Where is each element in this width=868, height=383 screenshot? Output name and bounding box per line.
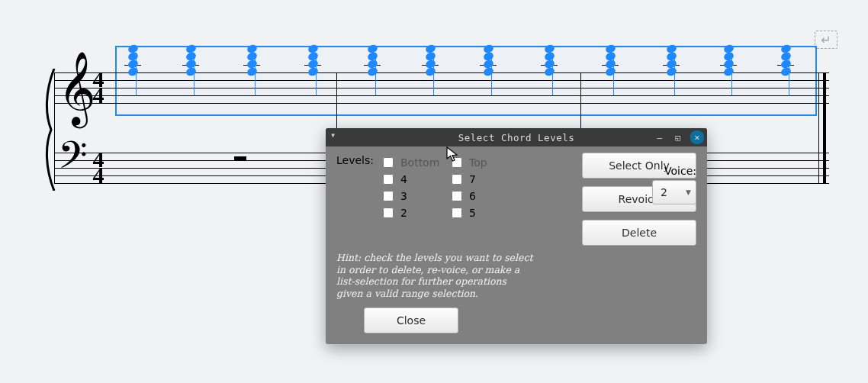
dialog-title: Select Chord Levels — [458, 132, 575, 143]
level-checkbox-label: Top — [469, 156, 487, 169]
barline — [818, 72, 819, 184]
level-checkbox-3[interactable]: 3 — [380, 188, 441, 204]
chord[interactable] — [184, 34, 198, 103]
levels-label: Levels: — [336, 154, 374, 166]
level-checkbox-bottom[interactable]: Bottom — [380, 155, 441, 170]
final-barline — [823, 72, 826, 184]
level-checkbox-label: 2 — [400, 207, 407, 219]
chord[interactable] — [542, 34, 556, 103]
voice-label: Voice: — [664, 165, 696, 177]
chord[interactable] — [722, 34, 735, 103]
time-signature-bass: 4 4 — [88, 151, 109, 183]
chord[interactable] — [481, 34, 495, 103]
voice-select[interactable]: 2 ▼ — [652, 180, 696, 204]
chord[interactable] — [126, 34, 140, 103]
chord[interactable] — [423, 34, 437, 103]
whole-rest — [234, 156, 246, 161]
time-signature-treble: 4 4 — [88, 71, 109, 103]
chord[interactable] — [664, 34, 678, 103]
select-chord-levels-dialog: ▾ Select Chord Levels — ◱ ✕ Levels: Bott… — [326, 128, 707, 344]
minimize-icon[interactable]: — — [654, 131, 666, 143]
level-checkbox-label: 3 — [400, 190, 407, 202]
close-icon[interactable]: ✕ — [690, 130, 704, 144]
hint-text: Hint: check the levels you want to selec… — [336, 252, 535, 300]
level-checkbox-7[interactable]: 7 — [448, 172, 510, 187]
staff-treble — [54, 72, 829, 103]
dialog-titlebar[interactable]: ▾ Select Chord Levels — ◱ ✕ — [326, 128, 707, 146]
level-checkbox-label: 6 — [469, 190, 476, 202]
voice-value: 2 — [661, 186, 667, 198]
level-checkbox-6[interactable]: 6 — [448, 188, 510, 204]
levels-checkboxes: BottomTop473625 — [380, 154, 510, 221]
window-menu-icon[interactable]: ▾ — [330, 130, 336, 140]
barline — [54, 72, 55, 184]
level-checkbox-label: 5 — [469, 207, 476, 219]
chord[interactable] — [306, 34, 320, 103]
bass-clef-icon: 𝄢 — [58, 137, 88, 183]
chord[interactable] — [245, 34, 259, 103]
chevron-down-icon: ▼ — [686, 188, 691, 196]
chord[interactable] — [365, 34, 379, 103]
close-button[interactable]: Close — [364, 307, 458, 333]
level-checkbox-2[interactable]: 2 — [380, 205, 441, 220]
level-checkbox-label: 4 — [400, 173, 407, 185]
level-checkbox-label: 7 — [469, 173, 476, 185]
level-checkbox-top[interactable]: Top — [448, 155, 510, 170]
level-checkbox-4[interactable]: 4 — [380, 172, 441, 187]
delete-button[interactable]: Delete — [582, 220, 696, 246]
level-checkbox-label: Bottom — [400, 156, 439, 169]
level-checkbox-5[interactable]: 5 — [448, 205, 510, 220]
chord[interactable] — [779, 34, 792, 103]
chord[interactable] — [603, 34, 617, 103]
maximize-icon[interactable]: ◱ — [672, 131, 684, 143]
